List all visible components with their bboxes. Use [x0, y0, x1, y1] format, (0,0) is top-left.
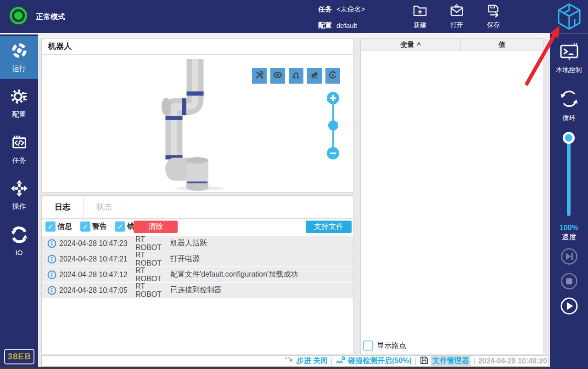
show-waypoints-row: 显示路点 [363, 341, 406, 351]
log-time: 2024-04-28 10:47:12 [59, 271, 135, 279]
io-swap-icon [11, 226, 28, 245]
log-message: 打开电源 [170, 254, 200, 264]
robot-panel-title: 机器人 [48, 39, 72, 54]
speed-percent: 100% [550, 224, 588, 232]
new-folder-icon [413, 4, 427, 19]
step-mode-status[interactable]: 步进 关闭 [284, 356, 328, 367]
app-logo-cube-icon[interactable] [556, 3, 582, 32]
filter-warning-label: 警告 [92, 222, 107, 232]
local-control-button[interactable]: 本地控制 [550, 42, 588, 74]
left-sidebar: 运行 配置 任务 [0, 34, 38, 367]
new-task-label: 新建 [414, 21, 426, 29]
save-task-button[interactable]: 保存 [477, 4, 510, 29]
log-row[interactable]: 2024-04-28 10:47:23 RT ROBOT 机器人活跃 [42, 236, 353, 251]
code-window-icon [11, 134, 28, 153]
sidebar-item-io[interactable]: IO [0, 220, 38, 263]
play-button[interactable] [560, 297, 578, 315]
checkbox-info[interactable]: ✓ [45, 221, 56, 232]
rotate-icon [328, 70, 337, 81]
variable-column-header[interactable]: 变量 ^ [361, 39, 460, 51]
save-icon [486, 4, 501, 19]
sidebar-item-operate-label: 操作 [12, 202, 26, 211]
checkbox-show-waypoints[interactable] [363, 341, 373, 351]
info-icon [47, 255, 56, 264]
move-arrows-icon [11, 180, 28, 199]
tools-button[interactable] [252, 68, 267, 84]
log-panel: 日志 状态 ✓ 信息 ✓ 警告 ✓ 错误 清除 支持文件 2024-04-28 … [41, 195, 353, 354]
log-time: 2024-04-28 10:47:23 [59, 239, 135, 248]
sidebar-item-run-label: 运行 [12, 64, 26, 73]
file-manager-button[interactable]: 文件管理器 [420, 356, 470, 367]
log-source: RT ROBOT [135, 251, 170, 267]
log-row[interactable]: 2024-04-28 10:47:12 RT ROBOT 配置文件'defaul… [42, 267, 353, 282]
checkbox-error[interactable]: ✓ [115, 221, 125, 232]
stop-button[interactable] [560, 272, 578, 290]
trajectory-button[interactable] [289, 68, 303, 84]
collision-status[interactable]: 碰撞检测开启(50%) [336, 356, 412, 367]
save-task-label: 保存 [487, 21, 500, 29]
robot-view-panel: 机器人 [41, 38, 353, 193]
eraser-button[interactable] [307, 68, 322, 84]
mode-status-dot [14, 11, 22, 20]
zoom-out-button[interactable] [327, 147, 339, 159]
log-list: 2024-04-28 10:47:23 RT ROBOT 机器人活跃 2024-… [42, 236, 353, 298]
open-envelope-icon [449, 4, 464, 19]
variables-header: 变量 ^ 值 [361, 39, 543, 51]
filter-info-label: 信息 [57, 222, 72, 232]
sidebar-item-operate[interactable]: 操作 [0, 174, 38, 217]
open-task-button[interactable]: 打开 [441, 4, 473, 29]
tab-log[interactable]: 日志 [42, 196, 84, 218]
variables-panel: 变量 ^ 值 显示路点 [360, 38, 544, 354]
robot-3d-view[interactable] [154, 53, 246, 193]
support-files-button[interactable]: 支持文件 [306, 221, 352, 233]
mode-label: 正常模式 [36, 12, 65, 22]
bottom-edge [0, 367, 550, 369]
speed-slider-track[interactable] [567, 138, 571, 216]
log-source: RT ROBOT [135, 235, 170, 252]
top-actions: 新建 打开 保存 [404, 4, 510, 29]
speed-slider-handle[interactable] [563, 132, 575, 144]
show-waypoints-label: 显示路点 [377, 341, 406, 351]
value-column-header[interactable]: 值 [460, 39, 543, 51]
tools-icon [255, 70, 264, 81]
task-row: 任务 <未命名> [318, 5, 365, 14]
info-icon [47, 286, 56, 295]
step-icon [284, 356, 294, 367]
check-icon: ✓ [117, 222, 123, 231]
info-icon [47, 239, 56, 248]
check-icon: ✓ [47, 222, 53, 231]
right-sidebar: 本地控制 循环 100% 速度 [550, 0, 588, 369]
log-row[interactable]: 2024-04-28 10:47:21 RT ROBOT 打开电源 [42, 251, 353, 267]
log-row[interactable]: 2024-04-28 10:47:05 RT ROBOT 已连接到控制器 [42, 283, 353, 298]
zoom-in-button[interactable] [327, 92, 339, 104]
zoom-slider-handle[interactable] [328, 120, 338, 131]
speed-label: 速度 [550, 233, 588, 242]
tab-status[interactable]: 状态 [84, 196, 125, 218]
new-task-button[interactable]: 新建 [404, 4, 436, 29]
sort-asc-icon: ^ [417, 41, 421, 49]
log-message: 配置文件'default.configuration'加载成功 [170, 270, 298, 279]
step-forward-button[interactable] [560, 247, 578, 266]
run-icon [11, 42, 28, 61]
statusbar-separator [415, 358, 416, 365]
task-label: 任务 [318, 5, 332, 14]
trajectory-icon [291, 70, 301, 81]
clear-log-button[interactable]: 清除 [134, 221, 178, 233]
eye-icon [273, 70, 282, 81]
sidebar-item-io-label: IO [16, 249, 23, 256]
log-source: RT ROBOT [135, 267, 170, 283]
check-icon: ✓ [82, 222, 88, 231]
eraser-icon [310, 70, 319, 81]
log-message: 机器人活跃 [170, 238, 207, 248]
plus-icon [330, 95, 336, 102]
sidebar-item-run[interactable]: 运行 [0, 36, 38, 79]
sidebar-item-task-label: 任务 [12, 156, 26, 165]
rotate-view-button[interactable] [325, 68, 340, 84]
checkbox-warning[interactable]: ✓ [80, 221, 90, 232]
terminal-icon [559, 42, 579, 63]
visibility-button[interactable] [270, 68, 285, 84]
sidebar-item-task[interactable]: 任务 [0, 128, 38, 171]
top-bar: 正常模式 任务 <未命名> 配置 default 新建 [0, 0, 588, 33]
sidebar-item-config[interactable]: 配置 [0, 82, 38, 125]
loop-button[interactable]: 循环 [550, 88, 588, 122]
